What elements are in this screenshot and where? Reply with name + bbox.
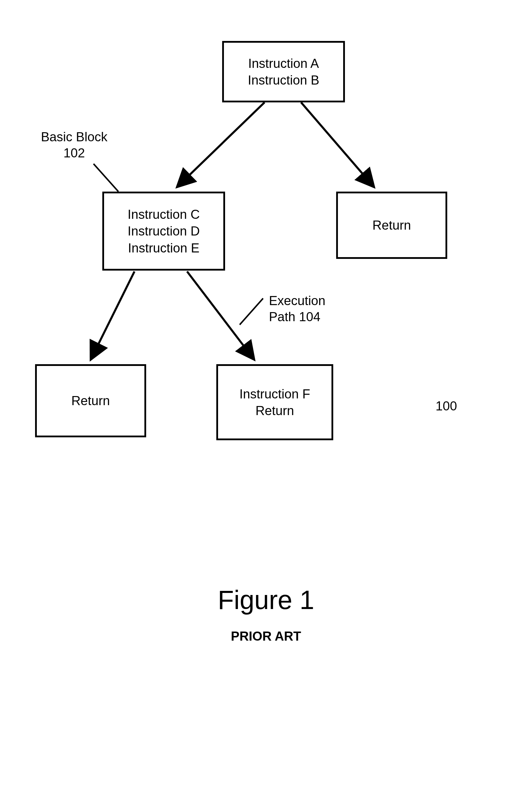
node-bottom-right: Instruction F Return	[216, 364, 333, 440]
node-bottom-right-line-1: Return	[256, 402, 294, 419]
figure-title: Figure 1	[0, 585, 532, 615]
node-left-mid-line-2: Instruction E	[128, 239, 200, 256]
edge-leftmid-to-bottomleft	[91, 272, 135, 360]
diagram-page: Instruction A Instruction B Instruction …	[0, 0, 532, 786]
callout-execution-path	[240, 298, 263, 325]
label-basic-block-line-1: Basic Block	[41, 129, 107, 145]
label-basic-block: Basic Block 102	[41, 129, 107, 161]
node-top-line-1: Instruction B	[248, 72, 319, 88]
label-execution-path-line-1: Execution	[269, 293, 325, 308]
node-left-mid: Instruction C Instruction D Instruction …	[102, 192, 225, 271]
node-right-mid-line-0: Return	[372, 217, 411, 233]
label-basic-block-line-2: 102	[41, 145, 107, 161]
node-bottom-right-line-0: Instruction F	[239, 386, 310, 402]
node-bottom-left: Return	[35, 364, 146, 437]
label-execution-path-line-2: Path 104	[269, 308, 325, 325]
label-figure-number: 100	[436, 398, 457, 414]
edge-leftmid-to-bottomright	[187, 272, 254, 360]
node-top-line-0: Instruction A	[248, 55, 319, 72]
edge-top-to-rightmid	[301, 102, 374, 187]
figure-subtitle: PRIOR ART	[0, 629, 532, 644]
node-bottom-left-line-0: Return	[71, 392, 110, 409]
node-right-mid: Return	[336, 192, 447, 259]
node-top: Instruction A Instruction B	[222, 41, 345, 102]
callout-basic-block	[94, 164, 118, 192]
label-execution-path: Execution Path 104	[269, 293, 325, 325]
node-left-mid-line-0: Instruction C	[128, 206, 200, 223]
node-left-mid-line-1: Instruction D	[128, 223, 200, 239]
edge-top-to-leftmid	[177, 102, 265, 187]
